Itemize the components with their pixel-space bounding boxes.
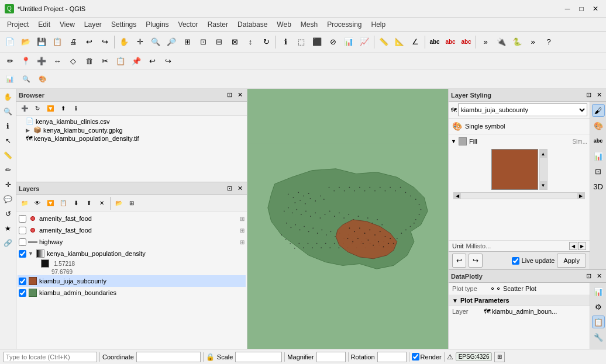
filter-layers-button[interactable]: 🔽 [44, 197, 56, 209]
dataplotly-icon-1[interactable]: 📊 [592, 285, 605, 298]
render-checkbox[interactable] [412, 353, 419, 360]
filter-layer-legend-button[interactable]: 📋 [57, 197, 69, 209]
pan-map-button[interactable]: ✋ [116, 34, 132, 50]
redo-button[interactable]: ↪ [97, 34, 112, 50]
style-manager-button[interactable]: 🎨 [35, 72, 50, 87]
edit-layer-button[interactable]: ✏ [2, 54, 18, 69]
magnifier-input[interactable]: 100% [316, 352, 346, 362]
save-project-button[interactable]: 💾 [34, 34, 49, 50]
move-feature-button[interactable]: ↔ [50, 54, 65, 69]
styling-icon-gradient[interactable]: 🎨 [592, 119, 605, 132]
styling-icon-paintbrush[interactable]: 🖌 [592, 104, 605, 117]
layer-visibility-check-5[interactable] [19, 278, 26, 285]
map-container[interactable] [247, 89, 448, 349]
layer-item-amenity-ff-1[interactable]: amenity_fast_food ⊞ [18, 213, 246, 224]
browser-item-tif[interactable]: 🗺 kenya_kiambu_population_density.tif [18, 134, 246, 143]
menu-processing[interactable]: Processing [322, 19, 366, 30]
open-project-button[interactable]: 📂 [18, 34, 33, 50]
redo-edit-button[interactable]: ↪ [160, 54, 175, 69]
map-tips-vtool[interactable]: 💬 [1, 192, 15, 206]
cut-features-button[interactable]: ✂ [97, 54, 112, 69]
styling-icon-diagram[interactable]: 📊 [592, 150, 605, 162]
styling-icon-abc-label[interactable]: abc [592, 134, 605, 147]
scroll-up-button[interactable]: ▲ [540, 150, 547, 158]
dataplotly-close-button[interactable]: ✕ [594, 272, 604, 281]
select-vtool[interactable]: ↖ [1, 134, 15, 148]
deselect-button[interactable]: ⊘ [325, 34, 340, 50]
layer-visibility-check-4[interactable] [19, 250, 26, 258]
unit-scroll-left-button[interactable]: ◀ [569, 242, 577, 250]
pan-vtool[interactable]: ✋ [1, 90, 15, 104]
rotation-input[interactable]: 0.0 ° [377, 352, 407, 362]
layer-visibility-check-1[interactable] [19, 215, 26, 223]
zoom-full-button[interactable]: ⊞ [180, 34, 195, 50]
browser-refresh-button[interactable]: ↻ [32, 103, 43, 115]
messages-button[interactable]: ⊞ [494, 352, 505, 362]
browser-filter-button[interactable]: 🔽 [44, 103, 56, 115]
add-feature-button[interactable]: ➕ [34, 54, 49, 69]
collapse-all-button[interactable]: ⬆ [83, 197, 95, 209]
node-tool-button[interactable]: ◇ [66, 54, 81, 69]
refresh-button[interactable]: ↻ [259, 34, 274, 50]
menu-project[interactable]: Project [2, 19, 33, 30]
scroll-down-button[interactable]: ▼ [540, 181, 547, 189]
dataplotly-icon-3[interactable]: 📋 [592, 316, 605, 328]
minimize-button[interactable]: ─ [562, 3, 573, 15]
layers-float-button[interactable]: ⊡ [225, 184, 234, 193]
layer-item-population-density[interactable]: ▼ kenya_kiambu_population_density [18, 248, 246, 259]
plugins-button[interactable]: 🔌 [494, 34, 509, 50]
digitize-vtool[interactable]: ✛ [1, 178, 15, 192]
measure-vtool[interactable]: 📏 [1, 148, 15, 162]
window-controls[interactable]: ─ □ ✕ [562, 3, 601, 15]
undo-style-button[interactable]: ↩ [452, 254, 466, 268]
dataplotly-float-button[interactable]: ⊡ [584, 272, 593, 281]
menu-edit[interactable]: Edit [33, 19, 55, 30]
scale-input[interactable]: 1:1050537 [235, 352, 282, 362]
measure-line-button[interactable]: 📏 [376, 34, 391, 50]
measure-angle-button[interactable]: ∠ [408, 34, 423, 50]
measure-area-button[interactable]: 📐 [392, 34, 407, 50]
zoom-out-button[interactable]: 🔎 [164, 34, 179, 50]
dataplotly-icon-4[interactable]: 🔧 [592, 331, 605, 344]
zoom-selection-button[interactable]: ⊡ [195, 34, 211, 50]
fill-color-preview[interactable] [491, 149, 538, 190]
menu-settings[interactable]: Settings [106, 19, 141, 30]
locate-search-input[interactable] [4, 352, 97, 362]
dataplotly-panel-controls[interactable]: ⊡ ✕ [584, 272, 604, 281]
expand-all-button[interactable]: ⬇ [70, 197, 82, 209]
styling-icon-3d[interactable]: 3D [592, 180, 605, 193]
menu-plugins[interactable]: Plugins [141, 19, 173, 30]
styling-layer-dropdown[interactable]: kiambu_juja_subcounty [458, 103, 587, 116]
open-attribute-table-button[interactable]: 📊 [341, 34, 356, 50]
live-update-checkbox[interactable] [512, 257, 519, 265]
layer-item-juja-subcounty[interactable]: kiambu_juja_subcounty [18, 275, 246, 287]
browser-panel-controls[interactable]: ⊡ ✕ [225, 91, 245, 100]
label-button[interactable]: abc [427, 34, 442, 50]
menu-layer[interactable]: Layer [80, 19, 106, 30]
browser-collapse-button[interactable]: ⬆ [57, 103, 69, 115]
styling-icon-mask[interactable]: ⊡ [592, 165, 605, 178]
paste-features-button[interactable]: 📌 [129, 54, 144, 69]
copy-features-button[interactable]: 📋 [113, 54, 128, 69]
browser-float-button[interactable]: ⊡ [225, 91, 234, 100]
open-layer-source-button[interactable]: 📂 [113, 197, 125, 209]
layer-item-highway[interactable]: highway ⊞ [18, 236, 246, 248]
snapping-vtool[interactable]: 🔗 [1, 236, 15, 250]
rotation-vtool[interactable]: ↺ [1, 207, 15, 221]
menu-view[interactable]: View [55, 19, 80, 30]
more-button-1[interactable]: » [478, 34, 493, 50]
add-group-button[interactable]: 📁 [19, 197, 30, 209]
layer-item-admin-boundaries[interactable]: kiambu_admin_boundaries [18, 287, 246, 299]
menu-help[interactable]: Help [367, 19, 391, 30]
bookmarks-vtool[interactable]: ★ [1, 221, 15, 235]
browser-close-button[interactable]: ✕ [235, 91, 245, 100]
close-button[interactable]: ✕ [590, 3, 601, 15]
menu-vector[interactable]: Vector [174, 19, 203, 30]
print-layout-button[interactable]: 🖨 [66, 34, 81, 50]
help-button[interactable]: ? [541, 34, 556, 50]
undo-button[interactable]: ↩ [81, 34, 97, 50]
layer-item-amenity-ff-2[interactable]: amenity_fast_food ⊞ [18, 224, 246, 236]
layer-visibility-check-6[interactable] [19, 289, 26, 297]
new-project-button[interactable]: 📄 [2, 34, 18, 50]
python-button[interactable]: 🐍 [509, 34, 525, 50]
